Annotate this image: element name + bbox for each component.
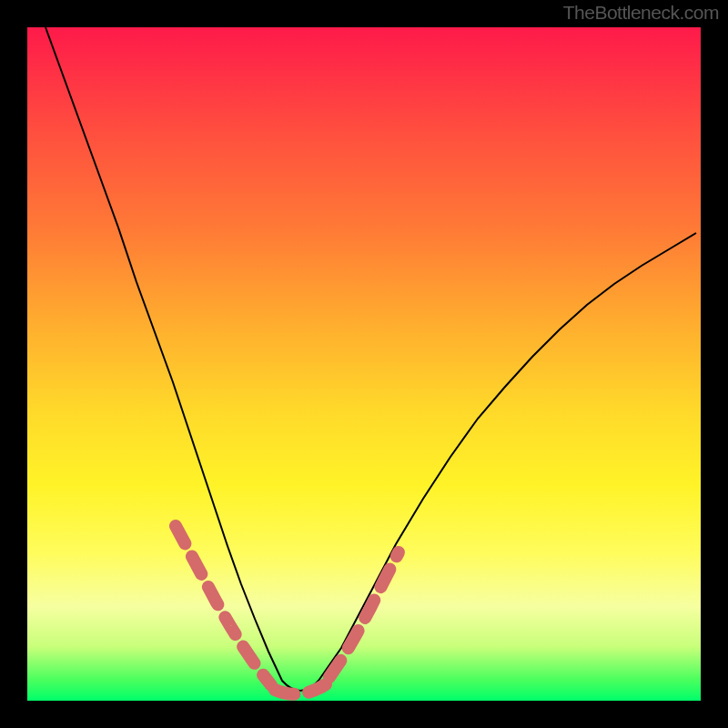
dotted-left: [176, 526, 271, 685]
chart-svg: [27, 27, 701, 701]
dotted-right: [329, 552, 399, 677]
chart-plot-area: [27, 27, 701, 701]
dotted-bottom: [275, 684, 326, 694]
attribution-text: TheBottleneck.com: [563, 2, 719, 24]
curve-main: [46, 27, 696, 691]
